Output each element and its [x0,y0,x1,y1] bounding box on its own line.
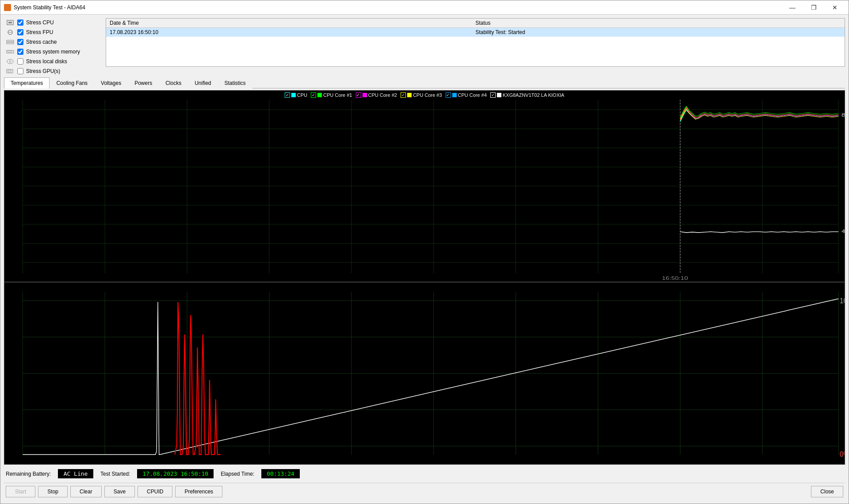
svg-rect-14 [8,70,11,72]
legend-core3[interactable]: CPU Core #3 [401,92,442,98]
legend-core1[interactable]: CPU Core #1 [311,92,352,98]
svg-text:100%: 100% [840,297,845,305]
elapsed-time-label: Elapsed Time: [221,471,254,477]
legend-cpu[interactable]: CPU [285,92,307,98]
stress-cache-label: Stress cache [26,39,57,45]
log-row[interactable]: 17.08.2023 16:50:10 Stability Test: Star… [106,28,845,37]
legend-core4-color [452,93,456,97]
tabs-bar: Temperatures Cooling Fans Voltages Power… [4,77,845,88]
svg-rect-1 [8,22,12,23]
window-title: System Stability Test - AIDA64 [14,4,782,11]
svg-point-11 [7,59,13,64]
legend-core3-checkbox[interactable] [401,92,406,98]
tab-cooling-fans[interactable]: Cooling Fans [50,77,94,88]
log-col-datetime: Date & Time [106,19,472,28]
legend-kioxia[interactable]: KXG8AZNV1T02 LA KIOXIA [490,92,564,98]
stress-cache-option: Stress cache [4,38,101,46]
legend-core2[interactable]: CPU Core #2 [356,92,397,98]
tab-statistics[interactable]: Statistics [218,77,252,88]
gpu-icon [6,68,15,75]
test-started-value: 17.08.2023 16:50:10 [137,469,214,478]
stress-cpu-label: Stress CPU [26,19,54,26]
tab-voltages[interactable]: Voltages [94,77,128,88]
memory-icon [6,48,15,55]
disk-icon [6,58,15,65]
preferences-button[interactable]: Preferences [175,486,222,497]
tab-temperatures[interactable]: Temperatures [4,77,50,88]
title-bar: System Stability Test - AIDA64 — ❐ ✕ [0,0,849,15]
legend-core1-color [317,93,322,97]
legend-core1-checkbox[interactable] [311,92,316,98]
usage-chart-svg: 100% 0% [4,283,845,464]
stress-fpu-option: Stress FPU [4,28,101,37]
cpu-icon [6,19,15,26]
svg-rect-6 [7,50,14,53]
charts-area: CPU CPU Core #1 CPU Core #2 [4,90,845,465]
maximize-button[interactable]: ❐ [803,0,824,15]
stress-disks-option: Stress local disks [4,57,101,66]
app-icon [4,4,11,11]
legend-core2-label: CPU Core #2 [368,92,397,98]
stress-cpu-option: Stress CPU [4,18,101,27]
legend-cpu-label: CPU [297,92,307,98]
stress-memory-option: Stress system memory [4,47,101,56]
temperature-chart: CPU CPU Core #1 CPU Core #2 [4,90,845,282]
test-started-label: Test Started: [100,471,130,477]
legend-core2-color [362,93,367,97]
top-section: Stress CPU Stress FPU Stress cache [4,18,845,76]
temp-value-42: 42 [841,229,845,234]
usage-chart: CPU Usage | CPU Throttling (max: 100%) –… [4,282,845,465]
stop-button[interactable]: Stop [38,486,68,497]
legend-core4[interactable]: CPU Core #4 [445,92,486,98]
temp-chart-legend: CPU CPU Core #1 CPU Core #2 [285,92,564,98]
svg-rect-4 [7,40,14,42]
window-controls: — ❐ ✕ [782,0,845,15]
stress-memory-checkbox[interactable] [17,49,23,55]
minimize-button[interactable]: — [782,0,803,15]
temp-chart-svg: 81 42 16:50:10 [4,91,845,282]
legend-core4-checkbox[interactable] [445,92,451,98]
stress-disks-checkbox[interactable] [17,58,23,65]
legend-kioxia-checkbox[interactable] [490,92,496,98]
stress-gpus-checkbox[interactable] [17,68,23,74]
cache-icon [6,38,15,46]
svg-rect-5 [7,42,14,44]
stress-options-panel: Stress CPU Stress FPU Stress cache [4,18,101,76]
fpu-icon [6,29,15,36]
bottom-buttons: Start Stop Clear Save CPUID Preferences … [4,483,845,500]
svg-text:16:50:10: 16:50:10 [662,275,688,281]
stress-gpus-label: Stress GPU(s) [26,68,60,74]
stress-disks-label: Stress local disks [26,58,67,65]
log-status: Stability Test: Started [472,28,845,37]
stress-gpus-option: Stress GPU(s) [4,67,101,76]
stress-fpu-label: Stress FPU [26,29,53,35]
stress-cpu-checkbox[interactable] [17,19,23,26]
close-window-button[interactable]: ✕ [825,0,845,15]
tab-clocks[interactable]: Clocks [159,77,188,88]
log-datetime: 17.08.2023 16:50:10 [106,28,472,37]
legend-core1-label: CPU Core #1 [323,92,352,98]
start-button[interactable]: Start [6,486,35,497]
temp-value-81: 81 [841,113,845,118]
legend-core2-checkbox[interactable] [356,92,361,98]
legend-kioxia-label: KXG8AZNV1T02 LA KIOXIA [503,92,564,98]
cpuid-button[interactable]: CPUID [138,486,172,497]
svg-text:0%: 0% [840,450,845,458]
save-button[interactable]: Save [104,486,135,497]
legend-cpu-checkbox[interactable] [285,92,290,98]
remaining-battery-value: AC Line [58,469,93,478]
stress-cache-checkbox[interactable] [17,39,23,45]
close-button[interactable]: Close [811,486,843,497]
status-bar: Remaining Battery: AC Line Test Started:… [4,466,845,481]
stress-fpu-checkbox[interactable] [17,29,23,35]
clear-button[interactable]: Clear [70,486,102,497]
remaining-battery-label: Remaining Battery: [6,471,51,477]
tab-powers[interactable]: Powers [128,77,159,88]
log-table: Date & Time Status 17.08.2023 16:50:10 S… [106,18,845,67]
stress-memory-label: Stress system memory [26,49,80,55]
elapsed-time-value: 00:13:24 [261,469,300,478]
legend-core3-color [407,93,412,97]
main-window: System Stability Test - AIDA64 — ❐ ✕ Str… [0,0,849,504]
tab-unified[interactable]: Unified [188,77,218,88]
svg-rect-13 [7,69,13,73]
